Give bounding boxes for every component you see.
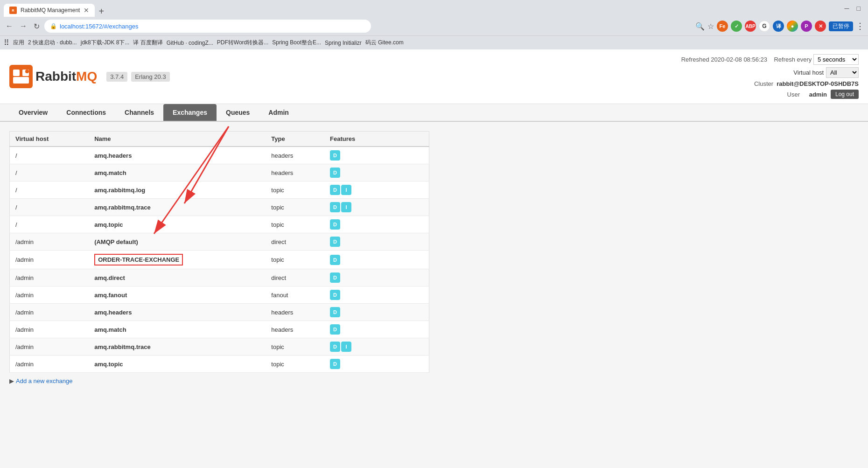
table-row[interactable]: /adminamq.topictopicD — [10, 356, 429, 373]
cell-type: direct — [266, 233, 324, 251]
ext1-icon[interactable]: P — [801, 21, 812, 32]
table-row[interactable]: /adminamq.headersheadersD — [10, 304, 429, 321]
cell-features: DI — [324, 182, 389, 199]
table-row[interactable]: /adminamq.matchheadersD — [10, 321, 429, 338]
cell-name[interactable]: amq.topic — [89, 216, 266, 233]
bookmark-initializr[interactable]: Spring Initializr — [325, 40, 362, 46]
cell-name[interactable]: (AMQP default) — [89, 233, 266, 251]
toolbar-icons: 🔍 ☆ Fe ✓ ABP G 译 ● P ✕ 已暂停 ⋮ — [695, 21, 864, 32]
bookmark-baidu[interactable]: 译 百度翻译 — [133, 39, 162, 47]
col-extra2 — [409, 132, 429, 147]
cell-vhost: /admin — [10, 321, 89, 338]
table-row[interactable]: /adminamq.rabbitmq.tracetopicDI — [10, 338, 429, 356]
cell-extra2 — [409, 356, 429, 373]
minimize-button[interactable]: ─ — [842, 4, 852, 13]
back-button[interactable]: ← — [4, 21, 15, 31]
bookmark-apps[interactable]: 应用 — [13, 39, 24, 47]
apps-icon[interactable]: ⠿ — [4, 38, 9, 47]
window-controls: ─ □ — [842, 4, 863, 13]
version-info: 3.7.4 Erlang 20.3 — [106, 72, 169, 82]
cell-features: D — [324, 233, 389, 251]
forward-button[interactable]: → — [18, 21, 29, 31]
table-row[interactable]: /amq.rabbitmq.logtopicDI — [10, 182, 429, 199]
url-bar[interactable]: 🔒 localhost:15672/#/exchanges — [44, 20, 371, 33]
cell-name[interactable]: amq.match — [89, 321, 266, 338]
cell-extra2 — [409, 233, 429, 251]
cell-features: DI — [324, 338, 389, 356]
logo-icon — [9, 65, 33, 88]
cell-vhost: /admin — [10, 356, 89, 373]
abp-icon[interactable]: ABP — [745, 21, 756, 32]
nav-exchanges[interactable]: Exchanges — [163, 104, 217, 121]
table-row[interactable]: /adminORDER-TRACE-EXCHANGEtopicD — [10, 251, 429, 269]
feedly-icon[interactable]: Fe — [717, 21, 728, 32]
bookmark-gitee[interactable]: 码云 Gitee.com — [365, 39, 404, 47]
badge-d: D — [330, 202, 340, 212]
cell-extra1 — [389, 164, 409, 182]
maximize-button[interactable]: □ — [854, 4, 863, 13]
cell-name[interactable]: amq.rabbitmq.trace — [89, 199, 266, 216]
cell-name[interactable]: amq.match — [89, 164, 266, 182]
cell-vhost: /admin — [10, 304, 89, 321]
new-tab-button[interactable]: + — [95, 6, 108, 17]
nav-channels[interactable]: Channels — [115, 104, 163, 121]
cell-extra1 — [389, 233, 409, 251]
browser-tab[interactable]: R RabbitMQ Management ✕ — [4, 4, 95, 17]
cell-extra2 — [409, 304, 429, 321]
ext2-icon[interactable]: ✕ — [815, 21, 826, 32]
color-icon[interactable]: ● — [787, 21, 798, 32]
add-exchange-link[interactable]: ▶ Add a new exchange — [9, 377, 859, 384]
bookmark-spring[interactable]: Spring Boot整合E... — [272, 39, 321, 47]
cell-extra1 — [389, 356, 409, 373]
translate-icon[interactable]: 译 — [773, 21, 784, 32]
table-row[interactable]: /amq.rabbitmq.tracetopicDI — [10, 199, 429, 216]
col-type: Type — [266, 132, 324, 147]
cell-extra2 — [409, 251, 429, 269]
cell-extra2 — [409, 321, 429, 338]
logout-button[interactable]: Log out — [831, 90, 859, 99]
nav-overview[interactable]: Overview — [9, 104, 57, 121]
table-row[interactable]: /adminamq.fanoutfanoutD — [10, 286, 429, 304]
table-row[interactable]: /amq.topictopicD — [10, 216, 429, 233]
nav-admin[interactable]: Admin — [259, 104, 298, 121]
cell-name[interactable]: ORDER-TRACE-EXCHANGE — [89, 251, 266, 269]
cell-features: D — [324, 321, 389, 338]
bookmark-github[interactable]: GitHub · codingZ... — [167, 40, 213, 46]
cell-vhost: / — [10, 182, 89, 199]
tab-close-button[interactable]: ✕ — [84, 7, 89, 14]
cell-extra1 — [389, 304, 409, 321]
bookmark-pdf[interactable]: PDF转Word转换器... — [217, 39, 268, 47]
badge-d: D — [330, 255, 340, 265]
table-header-row: Virtual host Name Type Features — [10, 132, 429, 147]
cell-name[interactable]: amq.topic — [89, 356, 266, 373]
bookmark-dubbo[interactable]: 2 快速启动 · dubb... — [28, 39, 77, 47]
google-icon[interactable]: G — [759, 21, 770, 32]
cell-name[interactable]: amq.rabbitmq.log — [89, 182, 266, 199]
cell-name[interactable]: amq.headers — [89, 147, 266, 164]
table-row[interactable]: /amq.matchheadersD — [10, 164, 429, 182]
refreshed-text: Refreshed 2020-02-08 08:56:23 — [681, 56, 767, 63]
url-text: localhost:15672/#/exchanges — [60, 23, 138, 30]
cell-name[interactable]: amq.headers — [89, 304, 266, 321]
bookmark-jdk[interactable]: jdk8下载-JDK 8下... — [81, 39, 130, 47]
table-row[interactable]: /amq.headersheadersD — [10, 147, 429, 164]
cell-name[interactable]: amq.fanout — [89, 286, 266, 304]
cell-name[interactable]: amq.rabbitmq.trace — [89, 338, 266, 356]
cell-extra2 — [409, 286, 429, 304]
bookmark-icon[interactable]: ☆ — [707, 22, 714, 31]
badge-d: D — [330, 359, 340, 369]
refresh-select[interactable]: 5 seconds 10 seconds 30 seconds 60 secon… — [813, 54, 859, 65]
pause-button[interactable]: 已暂停 — [829, 21, 853, 31]
search-icon[interactable]: 🔍 — [695, 22, 705, 31]
nav-connections[interactable]: Connections — [57, 104, 115, 121]
table-row[interactable]: /admin(AMQP default)directD — [10, 233, 429, 251]
check-icon[interactable]: ✓ — [731, 21, 742, 32]
nav-queues[interactable]: Queues — [217, 104, 259, 121]
col-extra1 — [389, 132, 409, 147]
cell-name[interactable]: amq.direct — [89, 269, 266, 286]
reload-button[interactable]: ↻ — [32, 21, 42, 32]
table-row[interactable]: /adminamq.directdirectD — [10, 269, 429, 286]
virtual-host-select[interactable]: All / /admin — [826, 67, 859, 78]
menu-icon[interactable]: ⋮ — [856, 21, 864, 31]
cell-extra2 — [409, 164, 429, 182]
